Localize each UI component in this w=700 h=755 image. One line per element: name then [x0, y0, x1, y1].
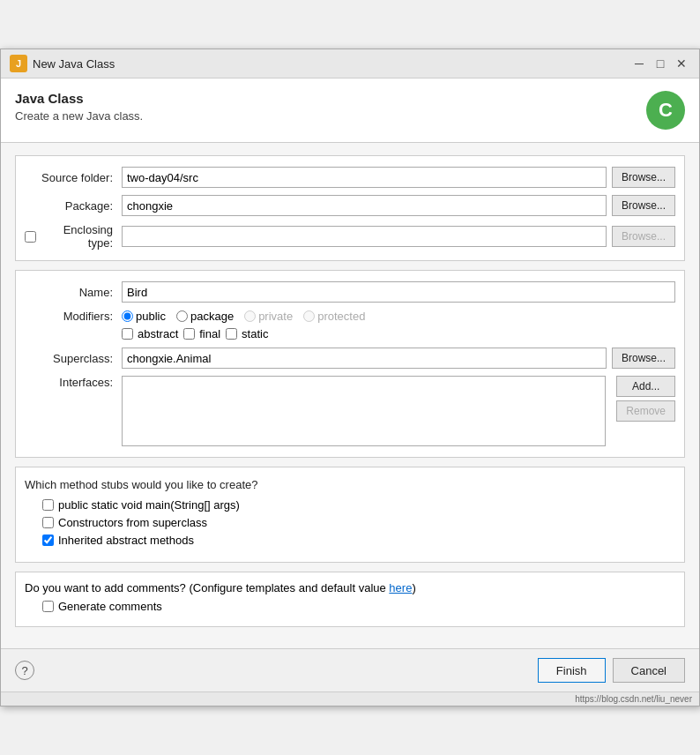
stub-inherited-item: Inherited abstract methods — [42, 534, 675, 547]
content-area: Source folder: Browse... Package: Browse… — [1, 143, 699, 648]
help-button[interactable]: ? — [15, 661, 34, 680]
modifier-public-label: public — [136, 310, 166, 323]
window-controls: ─ □ ✕ — [630, 55, 690, 72]
package-label: Package: — [25, 199, 122, 213]
modifier-package-radio[interactable] — [176, 310, 188, 322]
comments-title-before: Do you want to add comments? (Configure … — [25, 581, 389, 594]
modifiers-label: Modifiers: — [25, 310, 122, 323]
java-logo: C — [646, 91, 685, 130]
modifier-static-label: static — [242, 327, 268, 340]
interfaces-buttons: Add... Remove — [611, 376, 675, 422]
enclosing-type-label: Enclosing type: — [40, 223, 113, 250]
stub-constructors-checkbox[interactable] — [42, 517, 54, 528]
enclosing-type-browse-button[interactable]: Browse... — [612, 226, 675, 247]
stub-constructors-label[interactable]: Constructors from superclass — [42, 516, 207, 529]
interfaces-input[interactable] — [122, 376, 606, 446]
finish-button[interactable]: Finish — [538, 658, 606, 683]
minimize-button[interactable]: ─ — [630, 55, 648, 72]
new-java-class-dialog: J New Java Class ─ □ ✕ Java Class Create… — [0, 49, 700, 706]
modifiers-row: Modifiers: public package pr — [25, 310, 675, 340]
modifier-protected-radio[interactable] — [303, 310, 315, 322]
generate-comments-text: Generate comments — [58, 600, 162, 613]
generate-comments-checkbox[interactable] — [42, 601, 54, 612]
modifier-public-radio[interactable] — [122, 310, 133, 322]
interfaces-add-button[interactable]: Add... — [616, 376, 675, 397]
enclosing-type-label-container: Enclosing type: — [25, 223, 122, 250]
modifier-package-option[interactable]: package — [176, 310, 234, 323]
comments-title-after: ) — [412, 581, 415, 594]
footer-buttons: Finish Cancel — [538, 658, 685, 683]
name-row: Name: — [25, 281, 675, 303]
title-bar: J New Java Class ─ □ ✕ — [1, 49, 699, 78]
title-bar-left: J New Java Class — [10, 55, 115, 72]
modifier-static-option[interactable]: static — [226, 327, 268, 340]
name-modifiers-section: Name: Modifiers: public package — [15, 270, 685, 458]
source-folder-label: Source folder: — [25, 171, 122, 184]
modifier-abstract-checkbox[interactable] — [122, 328, 133, 340]
header-subtitle: Create a new Java class. — [15, 109, 143, 123]
package-browse-button[interactable]: Browse... — [612, 195, 675, 216]
footer: ? Finish Cancel — [1, 648, 699, 691]
stub-inherited-label[interactable]: Inherited abstract methods — [42, 534, 194, 547]
name-label: Name: — [25, 286, 122, 299]
comments-section: Do you want to add comments? (Configure … — [15, 572, 685, 627]
header-section: Java Class Create a new Java class. C — [1, 78, 699, 143]
generate-comments-item: Generate comments — [42, 600, 675, 613]
window-title: New Java Class — [33, 57, 115, 71]
interfaces-label: Interfaces: — [25, 376, 122, 389]
superclass-row: Superclass: Browse... — [25, 348, 675, 369]
modifier-private-option[interactable]: private — [244, 310, 293, 323]
stub-constructors-text: Constructors from superclass — [58, 516, 207, 529]
modifier-final-label: final — [199, 327, 220, 340]
superclass-input[interactable] — [122, 348, 607, 369]
interfaces-row: Interfaces: Add... Remove — [25, 376, 675, 446]
modifier-static-checkbox[interactable] — [226, 328, 237, 340]
modifiers-options: public package private protected — [122, 310, 372, 340]
maximize-button[interactable]: □ — [652, 55, 669, 72]
modifier-private-radio[interactable] — [244, 310, 256, 322]
modifier-abstract-label: abstract — [138, 327, 178, 340]
modifier-final-option[interactable]: final — [183, 327, 220, 340]
stub-inherited-checkbox[interactable] — [42, 534, 54, 546]
modifier-abstract-option[interactable]: abstract — [122, 327, 178, 340]
package-input[interactable] — [122, 195, 607, 216]
modifier-private-label: private — [258, 310, 293, 323]
comments-title: Do you want to add comments? (Configure … — [25, 581, 675, 594]
source-folder-input[interactable] — [122, 167, 607, 188]
stub-main-label[interactable]: public static void main(String[] args) — [42, 498, 240, 512]
url-bar: https://blog.csdn.net/liu_never — [1, 691, 699, 706]
modifier-public-option[interactable]: public — [122, 310, 166, 323]
comments-link[interactable]: here — [389, 581, 412, 594]
superclass-browse-button[interactable]: Browse... — [612, 348, 675, 369]
source-folder-row: Source folder: Browse... — [25, 167, 675, 188]
modifier-package-label: package — [190, 310, 234, 323]
name-input[interactable] — [122, 281, 675, 303]
stub-main-text: public static void main(String[] args) — [58, 498, 240, 512]
enclosing-type-checkbox[interactable] — [25, 231, 36, 243]
modifier-final-checkbox[interactable] — [183, 328, 195, 340]
dialog-icon: J — [10, 55, 27, 72]
modifier-protected-label: protected — [317, 310, 365, 323]
source-package-section: Source folder: Browse... Package: Browse… — [15, 155, 685, 261]
generate-comments-label[interactable]: Generate comments — [42, 600, 162, 613]
stub-main-checkbox[interactable] — [42, 499, 54, 511]
stubs-section: Which method stubs would you like to cre… — [15, 467, 685, 563]
interfaces-remove-button[interactable]: Remove — [616, 400, 675, 422]
package-row: Package: Browse... — [25, 195, 675, 216]
header-title: Java Class — [15, 91, 143, 106]
stub-constructors-item: Constructors from superclass — [42, 516, 675, 529]
source-folder-browse-button[interactable]: Browse... — [612, 167, 675, 188]
enclosing-type-row: Enclosing type: Browse... — [25, 223, 675, 250]
close-button[interactable]: ✕ — [673, 55, 690, 72]
stub-inherited-text: Inherited abstract methods — [58, 534, 194, 547]
modifier-protected-option[interactable]: protected — [303, 310, 365, 323]
stub-main-item: public static void main(String[] args) — [42, 498, 675, 512]
header-text: Java Class Create a new Java class. — [15, 91, 143, 123]
superclass-label: Superclass: — [25, 352, 122, 365]
enclosing-type-input[interactable] — [122, 226, 607, 247]
stubs-title: Which method stubs would you like to cre… — [25, 478, 675, 491]
cancel-button[interactable]: Cancel — [613, 658, 685, 683]
